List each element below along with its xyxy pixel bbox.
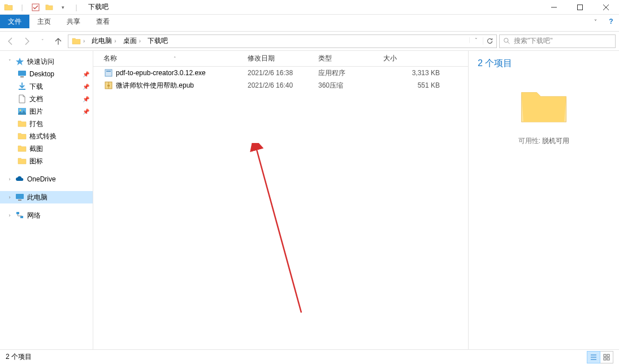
caret-right-icon[interactable]: › xyxy=(7,194,12,200)
svg-rect-26 xyxy=(604,358,606,360)
folder-icon xyxy=(17,144,27,154)
tree-item-folder[interactable]: 截图 xyxy=(0,142,93,155)
column-type[interactable]: 类型 xyxy=(318,54,383,63)
ribbon-help-button[interactable]: ? xyxy=(603,15,619,28)
downloads-icon xyxy=(17,81,27,92)
tree-quick-access[interactable]: ˅ 快速访问 xyxy=(0,55,93,68)
view-icons-button[interactable] xyxy=(600,351,613,363)
tree-item-documents[interactable]: 文档 📌 xyxy=(0,93,93,105)
caret-right-icon[interactable]: › xyxy=(7,176,12,182)
view-details-button[interactable] xyxy=(587,351,600,363)
breadcrumb-pc[interactable]: 此电脑 › xyxy=(88,35,119,47)
search-icon xyxy=(503,37,510,45)
svg-line-6 xyxy=(508,42,509,44)
caret-down-icon[interactable]: ˅ xyxy=(7,59,12,64)
file-type: 360压缩 xyxy=(318,81,383,90)
svg-rect-7 xyxy=(18,71,26,76)
column-name[interactable]: 名称˄ xyxy=(103,54,248,63)
tree-item-pictures[interactable]: 图片 📌 xyxy=(0,105,93,118)
column-headers: 名称˄ 修改日期 类型 大小 xyxy=(93,51,468,67)
address-refresh-button[interactable] xyxy=(483,37,496,45)
tab-share[interactable]: 共享 xyxy=(59,15,88,28)
tab-home[interactable]: 主页 xyxy=(29,15,59,28)
ribbon-expand-button[interactable]: ˅ xyxy=(587,15,603,28)
pictures-icon xyxy=(17,106,27,116)
qat-dropdown-icon[interactable]: ▾ xyxy=(57,1,69,14)
status-bar: 2 个项目 xyxy=(0,349,619,364)
breadcrumb-desktop[interactable]: 桌面 › xyxy=(120,35,144,47)
svg-rect-27 xyxy=(607,358,609,360)
file-row[interactable]: pdf-to-epub-creator3.0.12.exe 2021/2/6 1… xyxy=(93,67,468,79)
quick-access-icon xyxy=(15,57,25,67)
nav-recent-dropdown[interactable]: ˅ xyxy=(35,34,50,49)
search-input[interactable]: 搜索"下载吧" xyxy=(499,34,616,48)
documents-icon xyxy=(17,94,27,104)
tree-this-pc[interactable]: › 此电脑 xyxy=(0,191,93,203)
qat-divider: | xyxy=(16,1,28,14)
qat-checkbox-icon[interactable] xyxy=(29,1,42,14)
address-dropdown-button[interactable]: ˅ xyxy=(469,37,483,43)
tree-label: Desktop xyxy=(29,70,54,78)
svg-rect-24 xyxy=(604,354,606,357)
folder-icon xyxy=(17,119,27,129)
file-size: 3,313 KB xyxy=(383,69,440,77)
tree-item-folder[interactable]: 图标 xyxy=(0,155,93,167)
tree-item-downloads[interactable]: 下载 📌 xyxy=(0,80,93,93)
pin-icon: 📌 xyxy=(83,71,89,77)
preview-availability: 可用性: 脱机可用 xyxy=(518,136,570,146)
tab-file[interactable]: 文件 xyxy=(0,15,29,28)
svg-rect-12 xyxy=(18,200,21,201)
tree-item-folder[interactable]: 格式转换 xyxy=(0,130,93,142)
navigation-row: ˅ › 此电脑 › 桌面 › 下载吧 ˅ 搜索"下载吧" xyxy=(0,32,619,51)
archive-icon xyxy=(103,80,114,90)
annotation-arrow-icon xyxy=(200,143,313,324)
desktop-icon xyxy=(17,69,27,79)
file-row[interactable]: 微讲师软件使用帮助.epub 2021/2/6 16:40 360压缩 551 … xyxy=(93,79,468,92)
onedrive-icon xyxy=(15,174,25,184)
qat-folder-small-icon[interactable] xyxy=(43,1,55,14)
close-button[interactable] xyxy=(593,0,619,14)
tab-view[interactable]: 查看 xyxy=(88,15,118,28)
address-bar[interactable]: › 此电脑 › 桌面 › 下载吧 ˅ xyxy=(68,34,497,48)
svg-rect-2 xyxy=(578,5,583,10)
breadcrumb-folder[interactable]: 下载吧 xyxy=(144,35,171,47)
tree-network[interactable]: › 网络 xyxy=(0,209,93,222)
file-name: pdf-to-epub-creator3.0.12.exe xyxy=(116,69,206,77)
preview-folder-icon xyxy=(518,85,570,126)
column-size[interactable]: 大小 xyxy=(383,54,451,63)
nav-forward-button[interactable] xyxy=(19,34,34,49)
ribbon-tabs: 文件 主页 共享 查看 ˅ ? xyxy=(0,15,619,28)
minimize-button[interactable] xyxy=(541,0,567,14)
maximize-button[interactable] xyxy=(567,0,593,14)
breadcrumb-label: 下载吧 xyxy=(148,36,168,46)
nav-back-button[interactable] xyxy=(3,34,18,49)
tree-label: 网络 xyxy=(27,211,41,220)
pin-icon: 📌 xyxy=(83,109,89,115)
file-name: 微讲师软件使用帮助.epub xyxy=(116,81,194,90)
svg-rect-11 xyxy=(16,194,24,199)
tree-label: OneDrive xyxy=(27,175,56,183)
svg-rect-16 xyxy=(106,71,111,72)
folder-icon xyxy=(17,156,27,166)
window-title: 下载吧 xyxy=(88,2,109,12)
tree-label: 格式转换 xyxy=(29,132,57,141)
address-folder-icon[interactable]: › xyxy=(68,35,88,47)
file-date: 2021/2/6 16:40 xyxy=(248,81,318,89)
pin-icon: 📌 xyxy=(83,96,89,102)
column-date[interactable]: 修改日期 xyxy=(248,54,318,63)
tree-onedrive[interactable]: › OneDrive xyxy=(0,173,93,185)
qat-divider: | xyxy=(70,1,83,14)
titlebar: | ▾ | 下载吧 xyxy=(0,0,619,15)
chevron-right-icon[interactable]: › xyxy=(114,38,116,44)
chevron-right-icon[interactable]: › xyxy=(83,38,85,44)
chevron-right-icon[interactable]: › xyxy=(139,38,141,44)
caret-right-icon[interactable]: › xyxy=(7,213,12,218)
folder-icon xyxy=(17,131,27,141)
navigation-tree: ˅ 快速访问 Desktop 📌 下载 📌 文档 📌 图片 📌 打包 xyxy=(0,51,93,349)
preview-pane: 2 个项目 可用性: 脱机可用 xyxy=(468,51,619,349)
tree-item-desktop[interactable]: Desktop 📌 xyxy=(0,68,93,80)
folder-icon xyxy=(2,1,15,14)
tree-label: 图片 xyxy=(29,107,43,116)
tree-item-folder[interactable]: 打包 xyxy=(0,118,93,130)
nav-up-button[interactable] xyxy=(51,34,66,49)
